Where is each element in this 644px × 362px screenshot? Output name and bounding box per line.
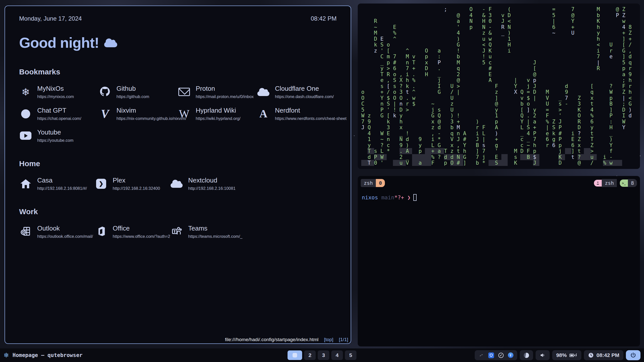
workspace-label: 4 <box>336 352 339 358</box>
bookmark-name: Proton <box>196 85 254 93</box>
bookmark-item[interactable]: Chat GPThttps://chat.openai.com/ <box>19 107 98 121</box>
workspace-4[interactable]: 4 <box>331 350 343 360</box>
bookmark-url: https://www.office.com/?auth=2 <box>113 234 170 239</box>
bookmark-item[interactable]: Githubhttps://github.com <box>98 85 178 99</box>
bookmark-url: https://mail.proton.me/u/0/inbox <box>196 94 254 99</box>
bookmark-name: Outlook <box>37 224 93 232</box>
workspace-label: 2 <box>308 352 311 358</box>
workspace-3[interactable]: 3 <box>318 350 329 360</box>
bookmark-item[interactable]: VNixvimhttps://nix-community.github.io/n… <box>98 107 178 121</box>
bookmark-item[interactable]: Teamshttps://teams.microsoft.com/_ <box>170 224 337 239</box>
time-text: 08:42 PM <box>311 15 337 22</box>
bookmark-item[interactable]: ❄MyNixOshttps://mynixos.com <box>19 85 98 99</box>
startpage-header: Monday, June 17, 2024 08:42 PM <box>19 15 337 22</box>
bookmark-item[interactable]: Nextcloudhttp://192.168.2.16:10081 <box>170 176 337 191</box>
workspace-label: 5 <box>349 352 352 358</box>
youtube-play-icon <box>19 131 32 140</box>
bluetooth-tray-icon[interactable] <box>508 352 513 358</box>
cloud-icon <box>170 179 183 188</box>
bookmark-item[interactable]: ❯Plexhttp://192.168.2.16:32400 <box>95 176 170 191</box>
bookmark-url: https://nix-community.github.io/nixvim/ <box>116 116 186 121</box>
tmux-segment: zsh <box>602 179 617 187</box>
hyprland-w-icon: W <box>178 107 191 120</box>
cloud-icon <box>257 88 270 96</box>
plex-chevron-icon: ❯ <box>95 179 108 189</box>
greeting-text: Good night! <box>19 34 99 51</box>
bookmark-name: Cloudflare One <box>275 85 334 93</box>
power-icon <box>630 352 636 358</box>
clock-module: 08:42 PM <box>584 350 623 360</box>
status-bar: ❄ Homepage — qutebrowser 2345 ✓ 98% <box>0 348 644 362</box>
bookmark-url: https://teams.microsoft.com/_ <box>188 234 242 239</box>
bookmark-name: Hyprland Wiki <box>196 107 240 114</box>
bookmark-url: http://192.168.2.16:8081/#/ <box>37 186 87 191</box>
bookmark-url: https://mynixos.com <box>37 94 74 99</box>
greeting: Good night! <box>19 34 337 51</box>
workspace-label: 3 <box>322 352 325 358</box>
sync-tray-icon[interactable] <box>478 352 484 358</box>
night-light-toggle[interactable] <box>520 350 533 360</box>
speaker-icon <box>540 352 546 358</box>
tmux-segment: 8 <box>628 179 637 187</box>
qutebrowser-statusbar: file:///home/hadi/.config/startpage/inde… <box>225 337 348 342</box>
terminal-cursor <box>413 194 417 201</box>
statusbar-url: file:///home/hadi/.config/startpage/inde… <box>225 337 318 342</box>
bookmark-url: https://chat.openai.com/ <box>37 116 81 121</box>
workspace-1[interactable] <box>288 350 302 360</box>
workspace-switcher: 2345 <box>288 350 356 360</box>
section-title: Bookmarks <box>19 68 337 76</box>
bookmark-name: MyNixOs <box>37 85 74 93</box>
moon-icon <box>524 353 529 358</box>
bookmark-item[interactable]: WHyprland Wikihttps://wiki.hyprland.org/ <box>178 107 257 121</box>
check-tray-icon[interactable]: ✓ <box>498 353 504 358</box>
browser-window[interactable]: Monday, June 17, 2024 08:42 PM Good nigh… <box>5 6 351 344</box>
bookmark-name: Plex <box>113 176 160 184</box>
battery-status: 98% <box>552 350 581 360</box>
night-cloud-icon <box>104 42 117 47</box>
bookmark-url: http://192.168.2.16:10081 <box>188 186 235 191</box>
bookmark-item[interactable]: Casahttp://192.168.2.16:8081/#/ <box>19 176 95 191</box>
clock-icon <box>588 352 594 358</box>
volume-control[interactable] <box>536 350 550 360</box>
prompt-segment: *?+ <box>394 194 404 201</box>
bookmark-item[interactable]: Officehttps://www.office.com/?auth=2 <box>95 224 170 239</box>
bookmark-name: Chat GPT <box>37 107 81 114</box>
bookmark-url: https://github.com <box>116 94 149 99</box>
bar-right-modules: ✓ 98% 08:42 PM <box>475 350 640 360</box>
bookmark-name: Office <box>113 224 170 232</box>
battery-percent: 98% <box>556 352 567 358</box>
outlook-icon <box>19 226 32 238</box>
bookmark-item[interactable]: Youtubehttps://youtube.com <box>19 128 98 143</box>
active-window-title: Homepage — qutebrowser <box>13 352 83 358</box>
shield-tray-icon[interactable] <box>488 352 494 358</box>
shell-prompt[interactable]: nixos main*?+ ❯ <box>362 194 637 201</box>
bookmark-url: https://outlook.office.com/mail/ <box>37 234 93 239</box>
terminal-matrix-window[interactable]: ; O - F ( = 7 M @ Z @ 4 & 3 v D 5 @ b P … <box>358 4 640 169</box>
tmux-left-status: zsh0 <box>361 179 385 187</box>
section-title: Work <box>19 207 337 216</box>
system-tray[interactable]: ✓ <box>475 350 517 360</box>
workspace-2[interactable]: 2 <box>304 350 316 360</box>
section-title: Home <box>19 159 337 168</box>
bookmark-name: Nextcloud <box>188 176 235 184</box>
prompt-segment: main <box>378 194 394 201</box>
terminal-shell-window[interactable]: zsh0 zsh>_8 nixos main*?+ ❯ <box>358 176 640 346</box>
bookmark-item[interactable]: Outlookhttps://outlook.office.com/mail/ <box>19 224 95 239</box>
teams-icon <box>170 226 183 238</box>
nixos-snowflake-icon: ❄ <box>19 86 32 98</box>
battery-charging-icon <box>569 352 577 358</box>
power-button[interactable] <box>626 350 640 360</box>
mail-icon <box>178 88 191 96</box>
bookmark-url: https://youtube.com <box>37 138 73 143</box>
bookmark-url: https://www.nerdfonts.com/cheat-sheet <box>275 116 346 121</box>
bookmark-item[interactable]: ANerdfonthttps://www.nerdfonts.com/cheat… <box>257 107 346 121</box>
section-grid: Outlookhttps://outlook.office.com/mail/O… <box>19 224 337 239</box>
terminal-icon: >_ <box>620 179 628 187</box>
nixos-snowflake-icon: ❄ <box>4 351 9 359</box>
window-title-module: ❄ Homepage — qutebrowser <box>4 351 83 359</box>
bookmark-name: Youtube <box>37 128 73 136</box>
bookmark-item[interactable]: Protonhttps://mail.proton.me/u/0/inbox <box>178 85 257 99</box>
tmux-status-bar: zsh0 zsh>_8 <box>361 179 637 187</box>
bookmark-item[interactable]: Cloudflare Onehttps://one.dash.cloudflar… <box>257 85 346 99</box>
workspace-5[interactable]: 5 <box>345 350 356 360</box>
